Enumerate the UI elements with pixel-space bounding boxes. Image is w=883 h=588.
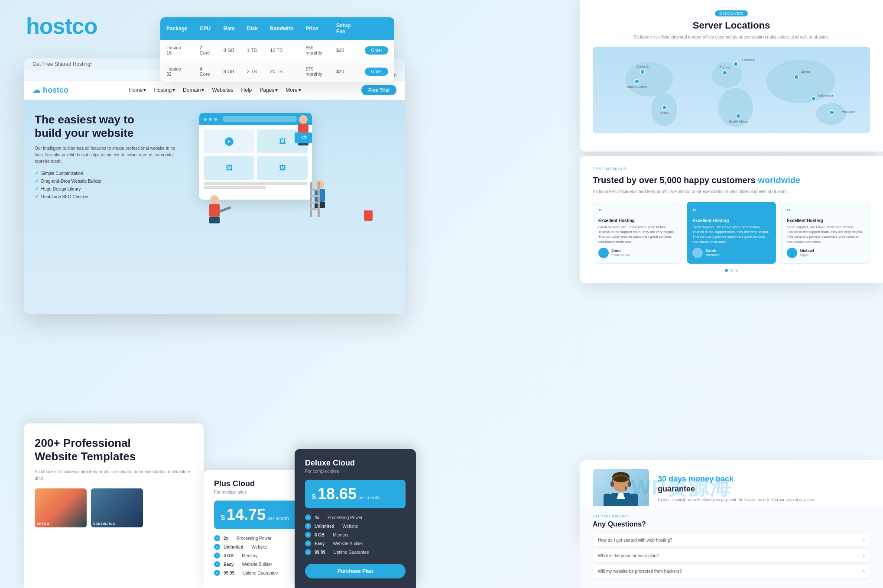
left-bottom-desc: Sit labore et officia eiusmod tempor off…: [35, 468, 193, 481]
faq-item-1[interactable]: How do I get started with web hosting? ›: [593, 533, 870, 546]
illustration-svg: </>: [191, 109, 329, 226]
faq-item-2[interactable]: What is the price for each plan? ›: [593, 549, 870, 562]
testimonial-title-3: Excellent Hosting: [787, 218, 864, 223]
testimonial-text-2: Great support, like I have never seen be…: [692, 225, 770, 244]
thumbnail-arts-label: ARTS &: [37, 522, 49, 525]
row2-ram: 8 GB: [218, 61, 241, 82]
feature-builder: ✓ Easy Website Builder: [305, 540, 406, 546]
nav-hosting[interactable]: Hosting ▾: [154, 87, 175, 93]
feature-memory: ✓ 8 GB Memory: [305, 532, 406, 538]
nav-websites[interactable]: Websites: [212, 87, 233, 93]
feature-website: ✓ Unlimited Website: [305, 523, 406, 529]
row2-action[interactable]: Order: [359, 61, 394, 82]
price-dollar: $: [312, 493, 316, 501]
svg-text:Brazil: Brazil: [660, 111, 669, 115]
faq-item-3[interactable]: Will my website be protected from hacker…: [593, 565, 870, 578]
left-bottom-title: 200+ Professional Website Templates: [35, 436, 193, 463]
deluxe-cloud-title: Deluxe Cloud: [305, 459, 406, 468]
svg-rect-36: [310, 182, 312, 217]
feature-processing: ✓ 4x Processing Power: [305, 514, 406, 520]
svg-text:South Africa: South Africa: [729, 120, 748, 123]
dot-1[interactable]: [725, 269, 728, 272]
hero-description: Our intelligent builder has all features…: [35, 145, 182, 165]
logo-part2: co: [72, 13, 97, 39]
nav-cloud-icon: ☁: [32, 85, 40, 95]
price-period: per month: [267, 516, 289, 521]
avatar-2: [692, 248, 703, 258]
feature-1: Simple Customization: [35, 171, 182, 176]
row1-cpu: 2 Core: [194, 40, 218, 61]
row2-price: $79 monthly: [299, 61, 330, 82]
logo-part1: host: [26, 13, 72, 39]
row1-disk: 1 TB: [241, 40, 264, 61]
check-icon: ✓: [214, 570, 220, 576]
chevron-right-icon: ›: [863, 568, 865, 574]
check-icon: ✓: [214, 561, 220, 567]
check-icon: ✓: [305, 549, 311, 555]
testimonial-title-2: Excellent Hosting: [692, 218, 770, 223]
testimonials-badge: TESTIMONIALS: [593, 167, 870, 171]
author-company-1: Pixar Studio: [611, 253, 630, 257]
svg-point-6: [640, 70, 645, 74]
price-amount: 18.65: [318, 485, 357, 503]
hero-text: The easiest way to build your website Ou…: [35, 113, 182, 202]
nav-links: Home ▾ Hosting ▾ Domain ▾ Websites Help …: [129, 87, 301, 93]
nav-domain[interactable]: Domain ▾: [183, 87, 204, 93]
price-dollar: $: [221, 514, 225, 522]
svg-text:</>: </>: [301, 135, 308, 140]
mockup-navbar: ☁ hostco Home ▾ Hosting ▾ Domain ▾ Websi…: [24, 81, 405, 100]
svg-rect-31: [209, 217, 220, 223]
faq-badge: DO YOU KNOW?: [593, 514, 870, 518]
chevron-down-icon: ▾: [299, 87, 301, 93]
order-btn-1[interactable]: Order: [365, 46, 388, 55]
thumbnail-row: ARTS & CONSULTING: [35, 488, 193, 527]
purchase-plan-button[interactable]: Purchase Plan: [305, 564, 406, 578]
chevron-down-icon: ▾: [275, 87, 278, 93]
server-locations-panel: DISCOVER Server Locations Sit labore et …: [580, 0, 883, 152]
nav-help[interactable]: Help: [241, 87, 252, 93]
chevron-right-icon: ›: [863, 552, 865, 559]
faq-title: Any Questions?: [593, 520, 870, 528]
svg-point-0: [625, 62, 673, 97]
testimonial-card-3: " Excellent Hosting Great support, like …: [781, 202, 870, 264]
nav-pages[interactable]: Pages ▾: [260, 87, 278, 93]
feature-uptime: ✓ 99.99 Uptime Guarantee: [305, 549, 406, 555]
col-price: Price: [299, 17, 330, 40]
table-row: Hostco 32 4 Core 8 GB 2 TB 20 TB $79 mon…: [160, 61, 394, 82]
check-icon: ✓: [214, 544, 220, 550]
row1-action[interactable]: Order: [359, 40, 394, 61]
svg-text:France: France: [720, 65, 730, 69]
nav-home[interactable]: Home ▾: [129, 87, 146, 93]
col-action: [359, 17, 394, 40]
row2-bandwidth: 20 TB: [264, 61, 299, 82]
table-row: Hostco 16 2 Core 8 GB 1 TB 10 TB $59 mon…: [160, 40, 394, 61]
check-icon: ✓: [214, 552, 220, 559]
order-btn-2[interactable]: Order: [365, 68, 388, 76]
server-title: Server Locations: [593, 20, 870, 31]
feature-list: Simple Customization Drag-and-Drop Websi…: [35, 171, 182, 200]
row1-setup: $20: [330, 40, 359, 61]
deluxe-cloud-price: $ 18.65 per month: [312, 485, 399, 503]
svg-rect-46: [625, 486, 627, 491]
nav-more[interactable]: More ▾: [286, 87, 301, 93]
svg-point-12: [723, 71, 727, 75]
svg-rect-30: [209, 204, 220, 217]
svg-rect-39: [310, 195, 320, 197]
dot-3[interactable]: [735, 269, 738, 272]
free-trial-button[interactable]: Free Trial: [361, 85, 396, 95]
dot-2[interactable]: [730, 269, 733, 272]
feature-4: Real-Time SEO Checker: [35, 194, 182, 200]
price-period: per month: [358, 495, 380, 500]
left-bottom-panel: 200+ Professional Website Templates Sit …: [24, 423, 204, 588]
chevron-down-icon: ▾: [143, 87, 146, 93]
svg-point-24: [299, 115, 308, 124]
thumbnail-consulting: CONSULTING: [91, 488, 143, 527]
chevron-right-icon: ›: [863, 537, 865, 543]
map-svg: Canada United States Brazil France Swede…: [593, 47, 870, 133]
testimonial-title-1: Excellent Hosting: [598, 218, 676, 223]
feature-2: Drag-and-Drop Website Builder: [35, 178, 182, 184]
deluxe-cloud-price-area: $ 18.65 per month: [305, 480, 406, 508]
testimonials-grid: " Excellent Hosting Great support, like …: [593, 202, 870, 264]
check-icon: ✓: [305, 540, 311, 546]
svg-point-10: [662, 105, 667, 110]
